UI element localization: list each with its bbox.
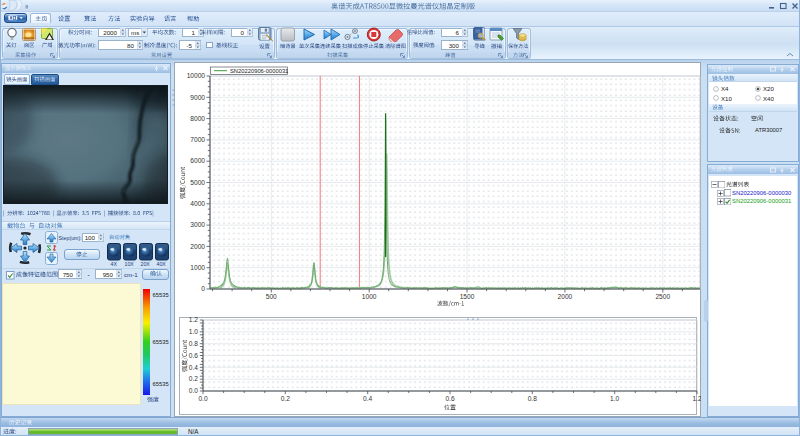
svg-text:1000: 1000 — [362, 293, 377, 300]
svg-text:1.0: 1.0 — [610, 395, 619, 402]
svg-text:4000: 4000 — [190, 200, 205, 207]
svg-text:1000: 1000 — [190, 264, 205, 271]
svg-text:2000: 2000 — [190, 243, 205, 250]
svg-text:0.2: 0.2 — [281, 395, 290, 402]
svg-text:9000: 9000 — [190, 94, 205, 101]
svg-text:0.8: 0.8 — [528, 395, 537, 402]
svg-text:0: 0 — [201, 285, 205, 292]
svg-text:8000: 8000 — [190, 115, 205, 122]
svg-text:0.2: 0.2 — [189, 375, 198, 382]
svg-text:1.2: 1.2 — [692, 395, 701, 402]
svg-text:0.4: 0.4 — [363, 395, 372, 402]
svg-text:6000: 6000 — [190, 157, 205, 164]
svg-text:3000: 3000 — [190, 221, 205, 228]
svg-text:10000: 10000 — [187, 72, 206, 79]
svg-text:SN20220906-0000031: SN20220906-0000031 — [230, 68, 288, 74]
svg-text:2000: 2000 — [558, 293, 573, 300]
svg-text:7000: 7000 — [190, 136, 205, 143]
svg-text:500: 500 — [266, 293, 277, 300]
svg-text:0.0: 0.0 — [198, 395, 207, 402]
svg-text:1500: 1500 — [460, 293, 475, 300]
svg-text:1.0: 1.0 — [189, 328, 198, 335]
svg-text:0.6: 0.6 — [445, 395, 454, 402]
svg-text:1.2: 1.2 — [189, 317, 198, 323]
svg-text:2500: 2500 — [655, 293, 670, 300]
svg-text:0.0: 0.0 — [189, 387, 198, 394]
